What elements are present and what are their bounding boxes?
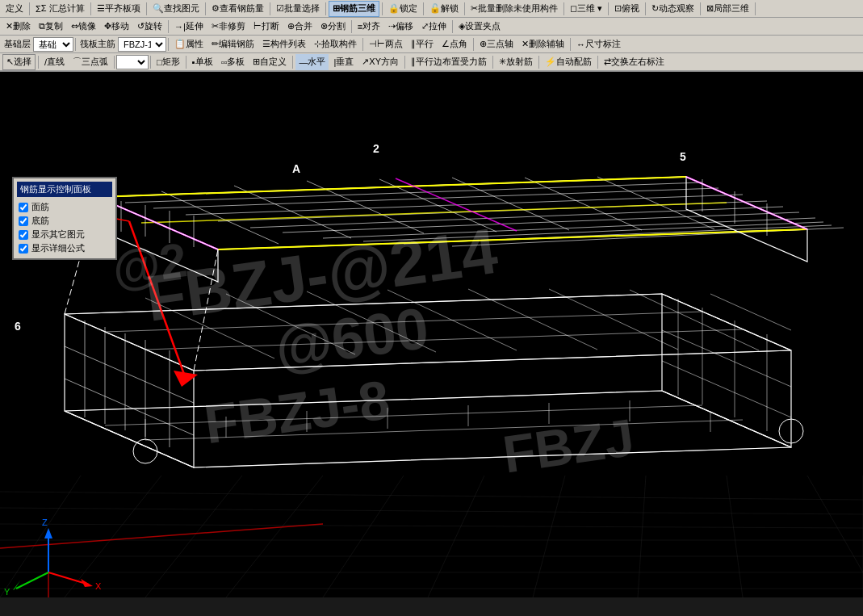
- btn-3d[interactable]: ◻ 三维 ▾: [567, 1, 605, 17]
- btn-no-trim[interactable]: ✂ 非修剪: [208, 19, 249, 35]
- btn-define[interactable]: 定义: [2, 1, 27, 17]
- btn-split[interactable]: ⊗ 分割: [317, 19, 349, 35]
- btn-three-arc[interactable]: ⌒ 三点弧: [69, 54, 111, 70]
- btn-move[interactable]: ✥ 移动: [101, 19, 132, 35]
- axis-icon: ⊕: [480, 39, 487, 49]
- btn-mirror[interactable]: ⇔ 镜像: [68, 19, 99, 35]
- btn-copy[interactable]: ⧉ 复制: [36, 19, 66, 35]
- btn-radial[interactable]: ✳ 放射筋: [496, 54, 536, 70]
- panel-item-other[interactable]: 显示其它图元: [17, 228, 112, 241]
- rect-icon: □: [157, 57, 162, 67]
- toolbar-row-1: 定义 Σ Σ 汇总计算 ☰ 平齐板项 🔍 查找图元 ⚙ 查看钢筋量 ☑ 批量选择…: [0, 0, 863, 18]
- btn-lock[interactable]: 🔒 锁定: [385, 1, 421, 17]
- btn-batch-select[interactable]: ☑ 批量选择: [273, 1, 323, 17]
- btn-rotate[interactable]: ↺ 旋转: [134, 19, 165, 35]
- select-icon: ↖: [6, 57, 14, 67]
- sep8: [423, 2, 424, 15]
- btn-parallel-edge[interactable]: ∥ 平行边布置受力筋: [408, 54, 490, 70]
- sep-r4d: [292, 56, 293, 69]
- btn-rect[interactable]: □ 矩形: [153, 54, 183, 70]
- svg-text:5: 5: [680, 150, 686, 163]
- btn-delete-aux-axis[interactable]: ✕ 删除辅轴: [518, 36, 568, 52]
- btn-three-points-axis[interactable]: ⊕ 三点轴: [476, 36, 517, 52]
- btn-auto-rebar[interactable]: ⚡ 自动配筋: [542, 54, 595, 70]
- btn-custom[interactable]: ⊞ 自定义: [249, 54, 290, 70]
- sep12: [645, 2, 646, 15]
- btn-local-3d[interactable]: ⊠ 局部三维: [703, 1, 752, 17]
- checkbox-face[interactable]: [19, 203, 28, 212]
- btn-unlock[interactable]: 🔓 解锁: [426, 1, 462, 17]
- sep10: [563, 2, 564, 15]
- sep4: [205, 2, 206, 15]
- element-label: 筏板主筋: [78, 38, 118, 50]
- sep-r4g: [538, 56, 539, 69]
- property-icon: 📋: [174, 39, 186, 49]
- btn-point-angle[interactable]: ∠ 点角: [438, 36, 471, 52]
- btn-edit-rebar[interactable]: ✏ 编辑钢筋: [208, 36, 258, 52]
- btn-multi-board[interactable]: ▫▫ 多板: [218, 54, 249, 70]
- layer-select[interactable]: 基础: [33, 37, 73, 52]
- btn-break[interactable]: ⊢ 打断: [250, 19, 283, 35]
- xy-icon: ↗: [362, 57, 369, 67]
- btn-merge[interactable]: ⊕ 合并: [284, 19, 316, 35]
- panel-item-detail[interactable]: 显示详细公式: [17, 241, 112, 255]
- btn-single-board[interactable]: ▪ 单板: [189, 54, 216, 70]
- element-select[interactable]: FBZJ-1: [118, 37, 166, 52]
- radial-icon: ✳: [499, 57, 506, 67]
- btn-find[interactable]: 🔍 查找图元: [149, 1, 203, 17]
- pick-icon: ⊹: [314, 39, 321, 49]
- svg-text:A: A: [292, 162, 300, 175]
- del-icon: ✕: [6, 21, 13, 31]
- btn-property[interactable]: 📋 属性: [171, 36, 207, 52]
- dim-icon: ↔: [576, 40, 585, 49]
- btn-set-grip[interactable]: ◈ 设置夹点: [455, 19, 504, 35]
- panel-item-face[interactable]: 面筋: [17, 200, 112, 214]
- btn-swap-mark[interactable]: ⇄ 交换左右标注: [601, 54, 668, 70]
- toolbar-row-4: ↖ 选择 / 直线 ⌒ 三点弧 □ 矩形 ▪ 单板 ▫▫ 多板 ⊞: [0, 53, 863, 71]
- btn-two-points[interactable]: ⊣⊢ 两点: [366, 36, 406, 52]
- sep-r2b: [351, 20, 352, 33]
- sep1: [29, 2, 30, 15]
- style-select[interactable]: [116, 55, 149, 69]
- btn-top-view[interactable]: ⊡ 俯视: [611, 1, 643, 17]
- checkbox-bottom[interactable]: [19, 216, 28, 226]
- btn-horizontal[interactable]: — 水平: [295, 54, 329, 70]
- sep-r4f: [492, 56, 493, 69]
- checkbox-other[interactable]: [19, 230, 28, 240]
- btn-batch-delete[interactable]: ✂ 批量删除未使用构件: [467, 1, 561, 17]
- sep-r2a: [168, 20, 169, 33]
- btn-component-list[interactable]: ☰ 构件列表: [259, 36, 309, 52]
- btn-stretch[interactable]: ⤢ 拉伸: [418, 19, 450, 35]
- btn-summary[interactable]: Σ Σ 汇总计算: [32, 1, 88, 17]
- btn-parallel[interactable]: ∥ 平行: [408, 36, 437, 52]
- btn-pick[interactable]: ⊹ 拾取构件: [311, 36, 360, 52]
- btn-align[interactable]: ≡ 对齐: [354, 19, 383, 35]
- checkbox-detail[interactable]: [19, 244, 28, 254]
- btn-view-rebar[interactable]: ⚙ 查看钢筋量: [208, 1, 267, 17]
- btn-xy-dir[interactable]: ↗ XY方向: [358, 54, 402, 70]
- move-icon: ✥: [104, 21, 111, 31]
- btn-dynamic-view[interactable]: ↻ 动态观察: [648, 1, 698, 17]
- sep-r4e: [404, 56, 405, 69]
- btn-dimension[interactable]: ↔ 尺寸标注: [573, 36, 624, 52]
- control-panel: 钢筋显示控制面板 面筋 底筋 显示其它图元 显示详细公式: [12, 177, 117, 260]
- btn-line[interactable]: / 直线: [41, 54, 68, 70]
- btn-rebar-3d[interactable]: ⊞ 钢筋三维: [329, 1, 379, 17]
- main-viewport[interactable]: FBZJ-@214 @600 FBZJ-8 FBZJ @2 A 2 5 6 Z …: [0, 72, 863, 597]
- panel-item-bottom[interactable]: 底筋: [17, 214, 112, 228]
- btn-extend[interactable]: →| 延伸: [171, 19, 207, 35]
- copy-icon: ⧉: [39, 21, 45, 31]
- sep-r4h: [597, 56, 598, 69]
- btn-select[interactable]: ↖ 选择: [2, 54, 36, 70]
- layer-label: 基础层: [2, 38, 33, 50]
- lock-icon: 🔒: [388, 3, 400, 14]
- mirror-icon: ⇔: [71, 21, 78, 31]
- sep6: [325, 2, 326, 15]
- svg-rect-0: [0, 72, 863, 597]
- angle-icon: ∠: [442, 39, 450, 49]
- sep14: [755, 2, 756, 15]
- btn-offset[interactable]: ⇢ 偏移: [385, 19, 417, 35]
- btn-align-board[interactable]: ☰ 平齐板项: [94, 1, 144, 17]
- btn-delete[interactable]: ✕ 删除: [2, 19, 34, 35]
- btn-vertical[interactable]: | 垂直: [330, 54, 357, 70]
